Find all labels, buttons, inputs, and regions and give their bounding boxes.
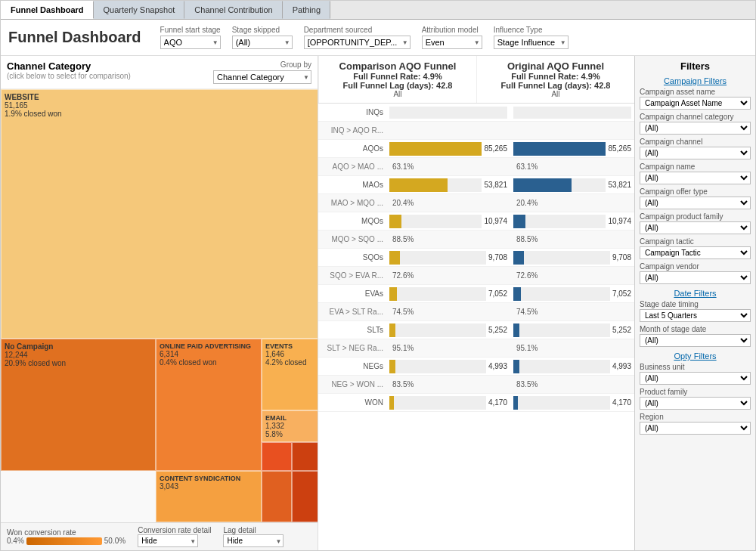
funnel-row-negs: NEGs 4,993 4,993 [318,358,634,376]
right-panel: Filters Campaign Filters Campaign asset … [634,56,755,550]
filter-campaign-offer-type: Campaign offer type (All) [640,187,751,209]
lag-detail-select[interactable]: Hide [223,534,284,547]
campaign-vendor-select[interactable]: (All) [640,271,751,284]
filter-influence-type: Influence Type Stage Influence [494,26,569,49]
department-sourced-select[interactable]: [OPPORTUNITY_DEP... [304,36,411,49]
filter-campaign-channel-category: Campaign channel category (All) [640,113,751,135]
filter-product-family: Product family (All) [640,388,751,410]
funnel-row-aqo-mao-rate: AQO > MAO ... 63.1% 63.1% [318,158,634,176]
funnel-row-mqo-sqo-rate: MQO > SQO ... 88.5% 88.5% [318,231,634,249]
business-unit-select[interactable]: (All) [640,372,751,385]
filter-campaign-asset-name: Campaign asset name Campaign Asset Name [640,88,751,110]
campaign-tactic-select[interactable]: Campaign Tactic [640,246,751,259]
filter-campaign-vendor: Campaign vendor (All) [640,262,751,284]
funnel-row-inqs: INQs [318,104,634,122]
funnel-start-stage-select[interactable]: AQO [160,36,221,49]
tab-quarterly-snapshot[interactable]: Quarterly Snapshot [94,1,185,19]
attribution-model-select[interactable]: Even [422,36,482,49]
tab-channel-contribution[interactable]: Channel Contribution [184,1,282,19]
funnel-header: Comparison AQO Funnel Full Funnel Rate: … [318,56,634,104]
content-area: Channel Category (click below to select … [1,56,755,550]
conversion-rate-detail-select[interactable]: Hide [138,534,198,547]
channel-category-subtitle: (click below to select for comparison) [7,72,131,80]
filter-region: Region (All) [640,413,751,435]
center-panel: Comparison AQO Funnel Full Funnel Rate: … [318,56,634,550]
funnel-row-won: WON 4,170 4,170 [318,394,634,412]
campaign-channel-select[interactable]: (All) [640,147,751,159]
funnel-row-sqos: SQOs 9,708 9,708 [318,249,634,267]
filter-campaign-product-family: Campaign product family (All) [640,212,751,234]
channel-category-title: Channel Category [7,60,131,72]
filter-month-of-stage-date: Month of stage date (All) [640,325,751,347]
comparison-funnel-header: Comparison AQO Funnel Full Funnel Rate: … [318,56,476,103]
filter-department-sourced: Department sourced [OPPORTUNITY_DEP... [304,26,411,49]
funnel-row-slts: SLTs 5,252 5,252 [318,321,634,339]
treemap-online-paid[interactable]: ONLINE PAID ADVERTISING 6,314 0.4% close… [156,339,262,471]
filter-funnel-start-stage: Funnel start stage AQO [160,26,221,49]
group-by: Group by Channel Category [213,60,311,84]
treemap-no-campaign[interactable]: No Campaign 12,244 20.9% closed won [1,339,156,471]
bottom-bar: Won conversion rate 0.4% 50.0% Conversio… [1,522,318,550]
campaign-filters-title[interactable]: Campaign Filters [640,76,751,85]
treemap-email[interactable]: EMAIL 1,332 5.8% [262,410,318,442]
region-select[interactable]: (All) [640,422,751,435]
tab-bar: Funnel Dashboard Quarterly Snapshot Chan… [1,1,755,20]
filter-campaign-tactic: Campaign tactic Campaign Tactic [640,237,751,259]
treemap: WEBSITE 51,165 1.9% closed won No Campai… [1,89,318,522]
main-content: Funnel Dashboard Funnel start stage AQO … [1,20,755,550]
funnel-row-mao-mqo-rate: MAO > MQO ... 20.4% 20.4% [318,194,634,212]
campaign-product-family-select[interactable]: (All) [640,221,751,234]
page-title: Funnel Dashboard [8,29,141,46]
funnel-row-sqo-eva-rate: SQO > EVA R... 72.6% 72.6% [318,267,634,285]
campaign-channel-category-select[interactable]: (All) [640,122,751,135]
campaign-offer-type-select[interactable]: (All) [640,197,751,209]
filter-campaign-channel: Campaign channel (All) [640,138,751,159]
tab-pathing[interactable]: Pathing [283,1,330,19]
group-by-select[interactable]: Channel Category [213,70,311,84]
funnel-row-mqos: MQOs 10,974 10,974 [318,212,634,231]
funnel-rows: INQs INQ > [318,104,634,550]
date-filters-title[interactable]: Date Filters [640,289,751,298]
opty-filters-title[interactable]: Opty Filters [640,351,751,361]
funnel-row-slt-neg-rate: SLT > NEG Ra... 95.1% 95.1% [318,339,634,358]
filters-title: Filters [640,60,751,72]
left-panel: Channel Category (click below to select … [1,56,318,550]
influence-type-select[interactable]: Stage Influence [494,36,569,49]
stage-date-timing-select[interactable]: Last 5 Quarters [640,309,751,322]
funnel-row-inq-aqo-rate: INQ > AQO R... [318,122,634,140]
funnel-row-maos: MAOs 53,821 53,821 [318,176,634,194]
treemap-events[interactable]: EVENTS 1,646 4.2% closed [262,339,318,410]
funnel-row-neg-won-rate: NEG > WON ... 83.5% 83.5% [318,376,634,394]
campaign-name-select[interactable]: (All) [640,172,751,184]
treemap-small2[interactable] [292,442,318,471]
conversion-rate-bar [26,537,102,545]
original-funnel-header: Original AQO Funnel Full Funnel Rate: 4.… [476,56,634,103]
funnel-row-aqos: AQOs 85,265 85,265 [318,140,634,158]
treemap-website[interactable]: WEBSITE 51,165 1.9% closed won [1,89,318,339]
month-of-stage-date-select[interactable]: (All) [640,334,751,347]
filter-attribution-model: Attribution model Even [422,26,482,49]
filter-stage-date-timing: Stage date timing Last 5 Quarters [640,300,751,322]
tab-funnel-dashboard[interactable]: Funnel Dashboard [1,1,94,19]
funnel-row-eva-slt-rate: EVA > SLT Ra... 74.5% 74.5% [318,303,634,321]
treemap-small4[interactable] [292,471,318,522]
header-row: Funnel Dashboard Funnel start stage AQO … [1,20,755,56]
filter-stage-skipped: Stage skipped (All) [232,26,293,49]
dashboard-area: Funnel Dashboard Funnel start stage AQO … [1,20,755,550]
filter-business-unit: Business unit (All) [640,363,751,385]
left-panel-header: Channel Category (click below to select … [1,56,318,89]
campaign-asset-name-select[interactable]: Campaign Asset Name [640,97,751,110]
stage-skipped-select[interactable]: (All) [232,36,293,49]
treemap-small1[interactable] [262,442,292,471]
product-family-select[interactable]: (All) [640,397,751,410]
treemap-small3[interactable] [262,471,292,522]
funnel-row-evas: EVAs 7,052 7,052 [318,285,634,303]
treemap-content-syndication[interactable]: CONTENT SYNDICATION 3,043 [156,471,262,522]
filter-campaign-name: Campaign name (All) [640,163,751,184]
